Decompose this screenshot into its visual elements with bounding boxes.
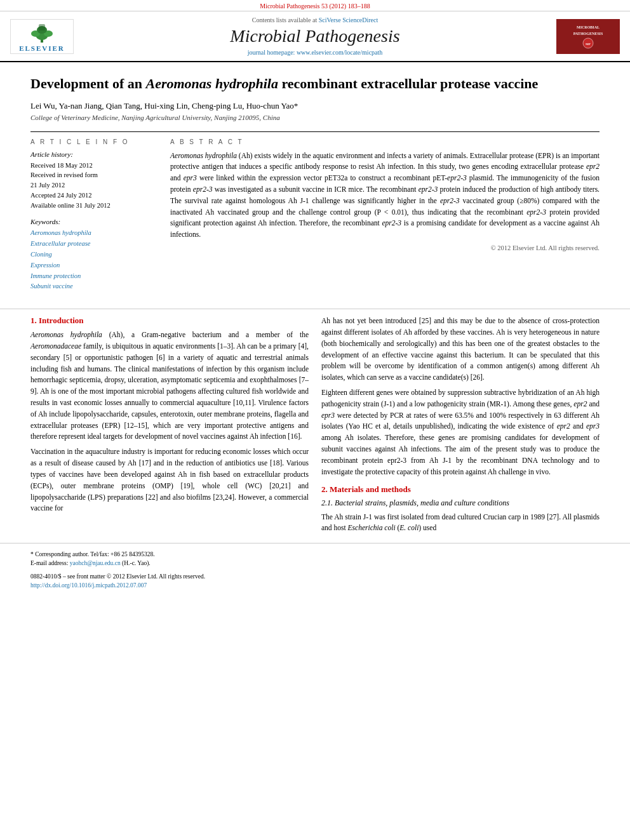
elsevier-logo: ELSEVIER [10,19,74,54]
keyword-4: Expression [30,260,158,271]
body-left-column: 1. Introduction Aeromonas hydrophila (Ah… [30,316,309,538]
top-bar: Microbial Pathogenesis 53 (2012) 183–188 [0,0,630,11]
received-revised-label: Received in revised form [30,170,158,180]
bacterial-strains-subheading: 2.1. Bacterial strains, plasmids, media … [321,498,600,508]
revised-date: 21 July 2012 [30,180,158,190]
keyword-5: Immune protection [30,271,158,282]
article-title: Development of an Aeromonas hydrophila r… [30,75,600,93]
email-suffix: (H.-c. Yao). [122,560,151,566]
sciverse-link[interactable]: SciVerse ScienceDirect [319,17,379,23]
email-link[interactable]: yaohch@njau.edu.cn [70,560,121,566]
article-info-column: A R T I C L E I N F O Article history: R… [30,138,158,300]
page-wrapper: Microbial Pathogenesis 53 (2012) 183–188… [0,0,630,840]
intro-heading: 1. Introduction [30,316,309,326]
journal-homepage: journal homepage: www.elsevier.com/locat… [80,49,550,56]
elsevier-tree-icon [23,21,61,43]
authors: Lei Wu, Ya-nan Jiang, Qian Tang, Hui-xin… [30,101,600,111]
methods-heading: 2. Materials and methods [321,484,600,495]
footer-section: * Corresponding author. Tel/fax: +86 25 … [0,543,630,590]
sciverse-line: Contents lists available at SciVerse Sci… [80,17,550,23]
journal-title: Microbial Pathogenesis [80,26,550,46]
journal-logo-right: MICROBIAL PATHOGENESIS MP [556,19,620,54]
available-online: Available online 31 July 2012 [30,201,158,211]
elsevier-logo-area: ELSEVIER [10,19,80,54]
body-right-column: Ah has not yet been introduced [25] and … [321,316,600,538]
right-body-text: Ah has not yet been introduced [25] and … [321,316,600,477]
doi-link[interactable]: http://dx.doi.org/10.1016/j.micpath.2012… [30,582,147,589]
article-section: Development of an Aeromonas hydrophila r… [0,62,630,300]
abstract-column: A B S T R A C T Aeromonas hydrophila (Ah… [170,138,600,300]
svg-text:PATHOGENESIS: PATHOGENESIS [573,32,603,36]
received-date: Received 18 May 2012 [30,161,158,171]
svg-rect-5 [39,24,45,30]
article-history-title: Article history: [30,150,158,158]
methods-para1: The Ah strain J-1 was first isolated fro… [321,512,600,535]
keyword-2: Extracellular protease [30,239,158,250]
email-label: E-mail address: [30,560,68,566]
article-info-label: A R T I C L E I N F O [30,138,158,145]
accepted-date: Accepted 24 July 2012 [30,190,158,201]
keyword-6: Subunit vaccine [30,281,158,292]
journal-header-center: Contents lists available at SciVerse Sci… [80,17,550,56]
abstract-text: Aeromonas hydrophila (Ah) exists widely … [170,150,600,241]
article-history-block: Article history: Received 18 May 2012 Re… [30,150,158,211]
elsevier-text: ELSEVIER [19,44,65,52]
intro-para1: Aeromonas hydrophila (Ah), a Gram-negati… [30,330,309,514]
keywords-title: Keywords: [30,218,158,225]
svg-text:MP: MP [586,43,591,46]
journal-header: ELSEVIER Contents lists available at Sci… [0,11,630,62]
the-word: the [506,317,515,324]
body-section: 1. Introduction Aeromonas hydrophila (Ah… [0,316,630,538]
abstract-label: A B S T R A C T [170,138,600,145]
journal-header-right: MICROBIAL PATHOGENESIS MP [550,19,620,54]
journal-logo-text: MICROBIAL PATHOGENESIS MP [563,21,613,52]
affiliation: College of Veterinary Medicine, Nanjing … [30,114,600,121]
footnote: * Corresponding author. Tel/fax: +86 25 … [30,550,600,568]
footnote-star: * Corresponding author. Tel/fax: +86 25 … [30,551,155,557]
issn-line: 0882-4010/$ – see front matter © 2012 El… [30,572,600,590]
keywords-block: Keywords: Aeromonas hydrophila Extracell… [30,218,158,292]
keyword-3: Cloning [30,250,158,260]
copyright: © 2012 Elsevier Ltd. All rights reserved… [170,244,600,251]
article-info-abstract-section: A R T I C L E I N F O Article history: R… [30,131,600,300]
section-divider [0,309,630,309]
svg-text:MICROBIAL: MICROBIAL [577,25,600,29]
journal-reference: Microbial Pathogenesis 53 (2012) 183–188 [260,3,370,10]
keyword-1: Aeromonas hydrophila [30,228,158,239]
